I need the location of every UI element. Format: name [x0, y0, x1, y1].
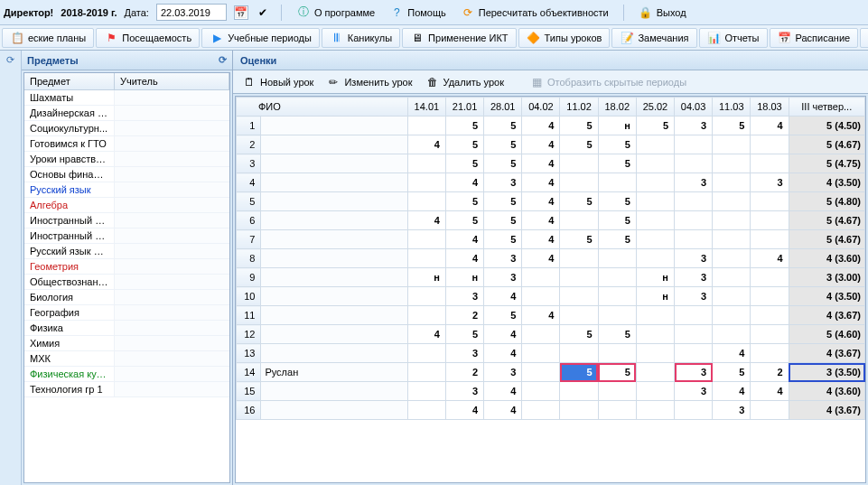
subject-row[interactable]: Химия [24, 336, 229, 351]
grade-cell[interactable]: 5 [598, 363, 636, 382]
grade-cell[interactable]: 5 [560, 192, 598, 211]
grade-cell[interactable]: 3 [484, 249, 522, 268]
grade-cell[interactable] [407, 287, 445, 306]
grade-cell[interactable] [560, 154, 598, 173]
grade-cell[interactable] [407, 401, 445, 420]
help-button[interactable]: ?Помощь [386, 4, 450, 22]
grade-cell[interactable]: 4 [522, 192, 560, 211]
grade-cell[interactable]: 4 [522, 249, 560, 268]
grade-cell[interactable]: 5 [598, 154, 636, 173]
grade-cell[interactable] [560, 249, 598, 268]
subject-row[interactable]: Социокультурн... [24, 121, 229, 136]
grade-cell[interactable]: 4 [751, 249, 789, 268]
grade-cell[interactable] [407, 173, 445, 192]
grade-row[interactable]: 15343444 (3.60) [237, 382, 865, 401]
grade-cell[interactable] [713, 192, 751, 211]
grade-cell[interactable]: 5 [598, 135, 636, 154]
col-date[interactable]: 04.02 [522, 98, 560, 117]
col-teacher[interactable]: Учитель [115, 73, 229, 89]
grade-cell[interactable]: 4 [445, 230, 483, 249]
grade-cell[interactable]: 4 [522, 211, 560, 230]
grade-cell[interactable]: 3 [484, 173, 522, 192]
grade-cell[interactable] [598, 287, 636, 306]
col-date[interactable]: 14.01 [407, 98, 445, 117]
grade-cell[interactable] [636, 382, 674, 401]
grade-cell[interactable]: 3 [445, 287, 483, 306]
grade-cell[interactable] [560, 382, 598, 401]
recalc-button[interactable]: ⟳Пересчитать объективности [457, 4, 612, 22]
grade-cell[interactable] [560, 211, 598, 230]
grade-cell[interactable]: 3 [445, 382, 483, 401]
grade-cell[interactable] [636, 363, 674, 382]
grade-cell[interactable] [407, 382, 445, 401]
nav-reports[interactable]: 📊Отчеты [699, 28, 768, 48]
grade-cell[interactable] [675, 306, 713, 325]
grade-cell[interactable] [713, 211, 751, 230]
grade-row[interactable]: 355455 (4.75) [237, 154, 865, 173]
grade-cell[interactable]: 5 [445, 192, 483, 211]
nav-subst[interactable]: 👥Замен [860, 28, 868, 48]
subject-row[interactable]: Дизайнерская м... [24, 106, 229, 121]
grade-cell[interactable]: 3 [675, 363, 713, 382]
grade-cell[interactable]: 5 [560, 230, 598, 249]
subject-row[interactable]: География [24, 305, 229, 321]
grade-cell[interactable]: 4 [484, 344, 522, 363]
col-date[interactable]: 28.01 [484, 98, 522, 117]
subject-row[interactable]: Алгебра [24, 198, 229, 213]
grade-cell[interactable] [598, 173, 636, 192]
nav-notes[interactable]: 📝Замечания [611, 28, 696, 48]
subject-row[interactable]: Иностранный яз... [24, 229, 229, 244]
apply-date-icon[interactable]: ✔ [256, 5, 270, 20]
grade-cell[interactable] [713, 249, 751, 268]
grade-cell[interactable] [407, 117, 445, 135]
subject-row[interactable]: Физическая кул... [24, 367, 229, 382]
grade-cell[interactable] [636, 211, 674, 230]
subject-row[interactable]: Русский язык [24, 182, 229, 198]
grade-cell[interactable]: 3 [675, 249, 713, 268]
grade-row[interactable]: 133444 (3.67) [237, 344, 865, 363]
grade-cell[interactable]: 4 [407, 325, 445, 344]
grade-cell[interactable]: 5 [713, 117, 751, 135]
grade-cell[interactable] [407, 192, 445, 211]
grade-cell[interactable]: 5 [560, 135, 598, 154]
grade-cell[interactable] [560, 173, 598, 192]
subject-row[interactable]: Основы финанс... [24, 167, 229, 182]
grade-row[interactable]: 12454555 (4.60) [237, 325, 865, 344]
grade-cell[interactable]: 4 [407, 135, 445, 154]
grade-cell[interactable]: 4 [522, 306, 560, 325]
grade-cell[interactable]: 4 [713, 382, 751, 401]
col-fio[interactable]: ФИО [237, 98, 408, 117]
grade-cell[interactable]: 4 [445, 173, 483, 192]
subject-row[interactable]: Биология [24, 290, 229, 305]
col-date[interactable]: 21.01 [445, 98, 483, 117]
grade-cell[interactable]: 3 [484, 363, 522, 382]
grade-cell[interactable]: 3 [675, 287, 713, 306]
col-date[interactable]: 11.02 [560, 98, 598, 117]
grades-grid-wrap[interactable]: ФИО14.0121.0128.0104.0211.0218.0225.0204… [235, 96, 866, 483]
grade-cell[interactable]: 3 [445, 344, 483, 363]
grade-cell[interactable] [407, 154, 445, 173]
grade-cell[interactable]: 4 [522, 173, 560, 192]
grade-cell[interactable] [751, 401, 789, 420]
grade-cell[interactable] [751, 192, 789, 211]
grade-cell[interactable]: 4 [713, 344, 751, 363]
grade-cell[interactable] [522, 382, 560, 401]
grade-cell[interactable] [522, 401, 560, 420]
grade-cell[interactable]: 4 [407, 211, 445, 230]
grade-cell[interactable] [636, 249, 674, 268]
grade-cell[interactable] [675, 230, 713, 249]
grade-row[interactable]: 8434344 (3.60) [237, 249, 865, 268]
grade-cell[interactable] [751, 135, 789, 154]
grade-cell[interactable] [675, 325, 713, 344]
subject-row[interactable]: Шахматы [24, 90, 229, 106]
grade-cell[interactable] [636, 401, 674, 420]
grade-cell[interactable] [598, 382, 636, 401]
grade-cell[interactable] [560, 287, 598, 306]
grade-cell[interactable]: 4 [522, 117, 560, 135]
grade-cell[interactable] [560, 344, 598, 363]
grade-cell[interactable] [407, 363, 445, 382]
subject-row[interactable]: Физика [24, 321, 229, 336]
subject-row[interactable]: Иностранный яз... [24, 213, 229, 229]
refresh-icon[interactable]: ⟳ [219, 54, 227, 66]
subject-row[interactable]: Уроки нравстве... [24, 152, 229, 167]
